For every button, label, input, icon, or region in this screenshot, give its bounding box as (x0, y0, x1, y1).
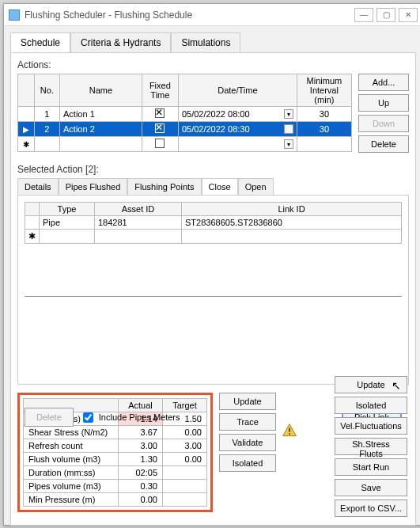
maximize-button[interactable]: ▢ (376, 8, 395, 22)
delete-action-button[interactable]: Delete (358, 135, 409, 153)
fixed-time-checkbox[interactable] (155, 139, 165, 148)
col-no: No. (34, 74, 59, 107)
col-name: Name (60, 74, 142, 107)
minimize-button[interactable]: — (354, 8, 373, 22)
export-csv-button[interactable]: Export to CSV... (335, 500, 407, 517)
tab-details[interactable]: Details (17, 178, 59, 195)
actions-table[interactable]: No. Name Fixed Time Date/Time Minimum In… (17, 74, 352, 152)
date-dropdown-icon[interactable]: ▾ (284, 109, 293, 119)
close-window-button[interactable]: ✕ (399, 8, 418, 22)
shstress-fluct-button[interactable]: Sh.Stress Flucts (335, 438, 407, 455)
tab-schedule[interactable]: Schedule (10, 32, 70, 52)
stats-row: Min Pressure (m)0.00 (24, 493, 207, 507)
stats-row: Duration (mm:ss)02:05 (24, 466, 207, 480)
fixed-time-checkbox[interactable] (155, 108, 165, 118)
stats-row: Shear Stress (N/m2)3.670.00 (24, 426, 207, 439)
right-panel-buttons: Update Isolated Vel.Fluctuations Sh.Stre… (335, 376, 407, 517)
include-pipes-check[interactable]: Include Pipes Meters (80, 410, 335, 425)
col-asset: Asset ID (95, 203, 182, 216)
add-button[interactable]: Add... (358, 74, 409, 91)
window-title: Flushing Scheduler - Flushing Schedule (25, 9, 192, 21)
close-panel: Type Asset ID Link ID Pipe 184281 ST2836… (17, 195, 409, 385)
tab-pipes-flushed[interactable]: Pipes Flushed (59, 178, 128, 195)
include-pipes-checkbox[interactable] (83, 412, 93, 423)
tab-open[interactable]: Open (238, 178, 274, 195)
col-min: Minimum Interval (min) (297, 74, 351, 107)
stats-row: Flush volume (m3)1.300.00 (24, 453, 207, 466)
main-tabs: Schedule Criteria & Hydrants Simulations (10, 32, 416, 52)
col-type: Type (40, 203, 95, 216)
svg-rect-1 (289, 433, 290, 435)
inner-tabs: Details Pipes Flushed Flushing Points Cl… (17, 178, 409, 195)
tab-flushing-points[interactable]: Flushing Points (127, 178, 201, 195)
svg-rect-0 (289, 428, 290, 432)
grid-row-new[interactable]: ✱ (25, 230, 402, 244)
close-grid[interactable]: Type Asset ID Link ID Pipe 184281 ST2836… (25, 202, 402, 244)
isolated-button[interactable]: Isolated (335, 397, 407, 414)
col-fixed: Fixed Time (142, 74, 178, 107)
actions-side-buttons: Add... Up Down Delete (358, 74, 409, 153)
action-row[interactable]: 1 Action 1 05/02/2022 08:00▾ 30 (18, 107, 352, 122)
fixed-time-checkbox[interactable] (155, 123, 165, 133)
app-window: Flushing Scheduler - Flushing Schedule —… (3, 3, 420, 526)
mini-validate-button[interactable]: Validate (219, 434, 276, 451)
save-button[interactable]: Save (335, 479, 407, 496)
action-row-new[interactable]: ✱ ▾ (18, 137, 352, 152)
action-row-selected[interactable]: ▶ 2 Action 2 05/02/2022 08:30▾ 30 (18, 122, 352, 137)
date-dropdown-icon[interactable]: ▾ (284, 124, 293, 134)
down-button[interactable]: Down (358, 115, 409, 132)
tab-close[interactable]: Close (202, 178, 238, 195)
schedule-panel: Actions: No. Name Fixed Time Date/Time M… (10, 52, 416, 526)
start-run-button[interactable]: Start Run (335, 458, 407, 476)
vel-fluct-button[interactable]: Vel.Fluctuations (335, 417, 407, 435)
app-icon (9, 9, 20, 21)
tab-criteria[interactable]: Criteria & Hydrants (70, 32, 171, 52)
stats-row: Refresh count3.003.00 (24, 439, 207, 453)
stats-mini-buttons: Update Trace Validate Isolated (219, 393, 276, 472)
titlebar: Flushing Scheduler - Flushing Schedule —… (4, 4, 420, 26)
grid-row[interactable]: Pipe 184281 ST28368605.ST2836860 (25, 216, 402, 230)
actions-label: Actions: (17, 59, 409, 70)
delete-link-button[interactable]: Delete (25, 408, 74, 427)
stats-row: Pipes volume (m3)0.30 (24, 480, 207, 493)
date-dropdown-icon[interactable]: ▾ (284, 139, 293, 149)
selected-action-label: Selected Action [2]: (17, 164, 409, 175)
update-button[interactable]: Update (335, 376, 407, 393)
col-link: Link ID (182, 203, 402, 216)
col-date: Date/Time (178, 74, 297, 107)
mini-isolated-button[interactable]: Isolated (219, 454, 276, 472)
up-button[interactable]: Up (358, 94, 409, 112)
tab-simulations[interactable]: Simulations (171, 32, 240, 52)
